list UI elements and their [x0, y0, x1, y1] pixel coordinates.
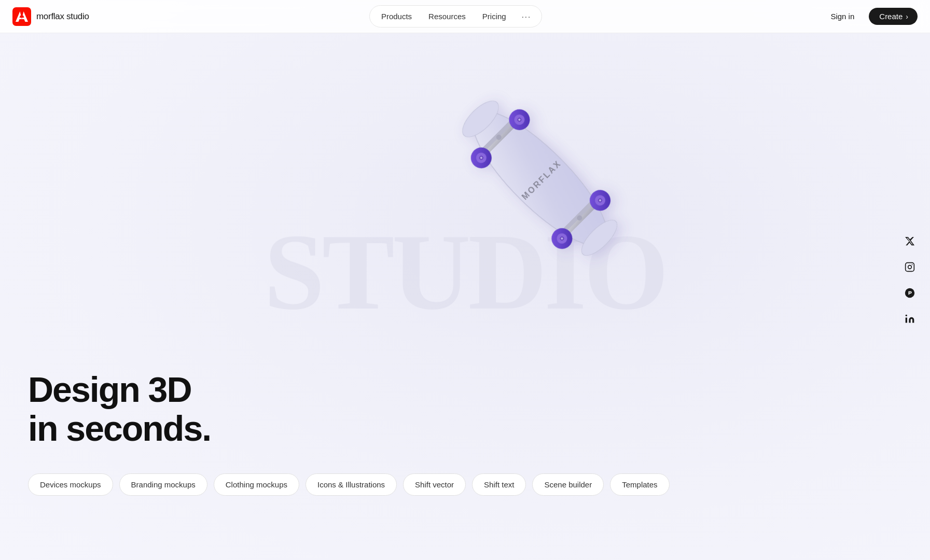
svg-point-28 [908, 265, 912, 269]
svg-rect-27 [906, 263, 914, 272]
instagram-icon[interactable] [904, 261, 915, 273]
producthunt-icon[interactable] [904, 287, 915, 299]
nav-resources[interactable]: Resources [421, 9, 473, 24]
nav-pill: Products Resources Pricing ··· [369, 5, 542, 27]
brand-suffix: studio [64, 11, 89, 21]
header-left: morflax studio [12, 7, 89, 26]
nav-pricing[interactable]: Pricing [475, 9, 513, 24]
hero-section: STUDIO [0, 33, 930, 510]
main-content: STUDIO [0, 0, 930, 560]
hero-title-line1: Design 3D [28, 370, 191, 409]
linkedin-icon[interactable] [904, 313, 915, 325]
main-nav: Products Resources Pricing ··· [369, 5, 542, 27]
header: morflax studio Products Resources Pricin… [0, 0, 930, 33]
tag-devices-mockups[interactable]: Devices mockups [28, 473, 113, 496]
nav-more[interactable]: ··· [516, 9, 538, 24]
nav-products[interactable]: Products [374, 9, 419, 24]
create-label: Create [879, 12, 903, 21]
tag-clothing-mockups[interactable]: Clothing mockups [214, 473, 299, 496]
hero-headline: Design 3D in seconds. [0, 370, 930, 448]
twitter-icon[interactable] [904, 235, 915, 247]
hero-title: Design 3D in seconds. [28, 370, 930, 448]
tag-pills-container: Devices mockups Branding mockups Clothin… [0, 473, 930, 496]
create-arrow-icon: › [906, 12, 908, 21]
tag-scene-builder[interactable]: Scene builder [532, 473, 604, 496]
svg-point-31 [906, 315, 907, 316]
skateboard-illustration: MORFLAX [415, 54, 664, 303]
tag-icons-illustrations[interactable]: Icons & Illustrations [306, 473, 397, 496]
svg-point-29 [912, 264, 913, 265]
tag-templates[interactable]: Templates [610, 473, 669, 496]
adobe-logo-icon [12, 7, 31, 26]
sign-in-button[interactable]: Sign in [822, 8, 863, 25]
tag-shift-vector[interactable]: Shift vector [403, 473, 466, 496]
brand-name: morflax studio [36, 11, 89, 22]
header-right: Sign in Create › [822, 8, 918, 25]
tag-shift-text[interactable]: Shift text [472, 473, 526, 496]
brand-text: morflax [36, 11, 64, 21]
hero-title-line2: in seconds. [28, 409, 211, 448]
social-icons-sidebar [904, 235, 915, 325]
tag-branding-mockups[interactable]: Branding mockups [119, 473, 207, 496]
create-button[interactable]: Create › [869, 8, 918, 25]
